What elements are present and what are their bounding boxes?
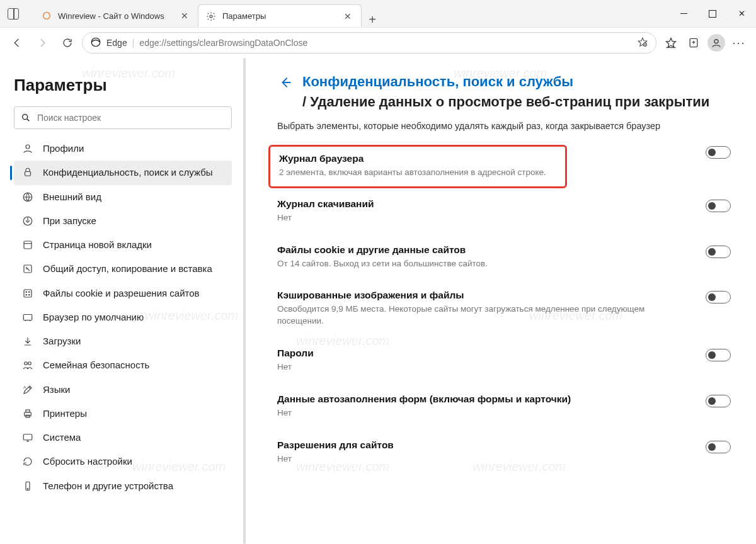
setting-title: Кэшированные изображения и файлы [277,290,693,301]
url-separator: | [132,38,135,48]
svg-rect-13 [24,290,32,297]
sidebar-item-icon [21,215,34,227]
sidebar-item-label: Языки [43,383,70,396]
sidebar-item-icon [21,359,34,371]
sidebar-item-label: Семейная безопасность [43,359,149,371]
setting-description: 2 элемента, включая варианты автозаполне… [279,167,556,179]
panel-description: Выбрать элементы, которые необходимо уда… [277,121,731,131]
setting-toggle[interactable] [706,441,731,453]
setting-description: Нет [277,453,693,465]
setting-toggle[interactable] [706,395,731,407]
sidebar-item-8[interactable]: Загрузки [14,329,232,353]
tab-settings[interactable]: Параметры ✕ [198,4,362,27]
sidebar-item-7[interactable]: Браузер по умолчанию [14,305,232,329]
tab-winreview[interactable]: Winreview - Сайт о Windows ✕ [34,4,198,27]
setting-row-0: Журнал браузера2 элемента, включая вариа… [277,145,731,188]
sidebar-item-0[interactable]: Профили [14,137,232,161]
settings-panel: Конфиденциальность, поиск и службы / Уда… [246,58,756,544]
setting-description: Нет [277,212,693,224]
sidebar-item-14[interactable]: Телефон и другие устройства [14,474,232,498]
window-close-button[interactable] [727,0,756,27]
sidebar-item-1[interactable]: Конфиденциальность, поиск и службы [14,161,232,184]
sidebar-item-icon [21,166,34,179]
setting-toggle[interactable] [706,291,731,303]
svg-rect-11 [24,241,32,249]
sidebar-item-label: Принтеры [43,407,87,420]
sidebar-title: Параметры [14,76,232,95]
window-maximize-button[interactable] [698,0,727,27]
svg-point-1 [210,15,212,18]
setting-toggle[interactable] [706,246,731,258]
sidebar-item-12[interactable]: Система [14,426,232,450]
sidebar-item-label: Профили [43,142,84,155]
breadcrumb-back-button[interactable] [277,74,294,91]
settings-sidebar: Параметры ПрофилиКонфиденциальность, пои… [0,58,246,544]
sidebar-item-3[interactable]: При запуске [14,209,232,233]
sidebar-item-label: Загрузки [43,335,81,348]
sidebar-item-2[interactable]: Внешний вид [14,185,232,209]
svg-point-7 [26,145,30,149]
back-button[interactable] [6,32,28,54]
close-tab-icon[interactable]: ✕ [342,11,353,21]
refresh-button[interactable] [57,32,78,54]
sidebar-item-10[interactable]: AЯзыки [14,378,232,402]
more-menu-button[interactable]: ··· [728,32,750,54]
breadcrumb-parent-link[interactable]: Конфиденциальность, поиск и службы [302,74,573,89]
new-tab-button[interactable]: + [362,13,383,27]
svg-point-2 [91,38,100,47]
sidebar-resize-handle[interactable] [243,58,246,544]
sidebar-item-icon: A [21,383,34,396]
sidebar-item-13[interactable]: Сбросить настройки [14,450,232,473]
setting-row-5: Данные автозаполнения форм (включая форм… [277,383,731,429]
window-minimize-button[interactable] [669,0,698,27]
sidebar-item-label: Сбросить настройки [43,455,132,468]
profile-button[interactable] [706,32,727,54]
sidebar-item-9[interactable]: Семейная безопасность [14,353,232,377]
sidebar-item-label: Внешний вид [43,191,101,203]
sidebar-item-icon [21,480,34,492]
search-box[interactable] [14,106,232,129]
svg-point-19 [25,362,28,365]
sidebar-item-11[interactable]: Принтеры [14,402,232,426]
svg-point-0 [43,13,50,20]
sidebar-item-6[interactable]: Файлы cookie и разрешения сайтов [14,281,232,305]
setting-title: Данные автозаполнения форм (включая форм… [277,394,693,405]
favorites-button[interactable] [660,32,682,54]
edge-icon [90,37,101,50]
sidebar-item-label: Система [43,431,81,444]
sidebar-item-icon [21,311,34,324]
setting-description: Нет [277,407,693,419]
svg-point-16 [26,294,27,295]
setting-description: Нет [277,361,693,373]
favicon-winreview [42,11,52,21]
url-box[interactable]: Edge | [82,32,656,54]
forward-button[interactable] [32,32,53,54]
svg-rect-23 [26,410,30,412]
sidebar-item-label: Телефон и другие устройства [43,480,173,492]
favorite-icon[interactable] [637,37,648,50]
search-input[interactable] [37,113,225,123]
address-bar: Edge | ··· [0,28,756,58]
close-tab-icon[interactable]: ✕ [179,11,190,21]
svg-point-15 [29,292,30,293]
setting-toggle[interactable] [706,200,731,212]
setting-title: Пароли [277,348,693,359]
sidebar-item-icon [21,142,34,155]
svg-point-5 [714,40,718,43]
tab-actions-icon[interactable] [8,8,19,20]
svg-point-20 [28,362,32,365]
setting-row-6: Разрешения для сайтовНет [277,429,731,475]
collections-button[interactable] [683,32,704,54]
sidebar-item-label: Браузер по умолчанию [43,311,144,324]
setting-toggle[interactable] [706,146,731,159]
setting-row-1: Журнал скачиванийНет [277,188,731,234]
setting-toggle[interactable] [706,349,731,361]
sidebar-item-5[interactable]: Общий доступ, копирование и вставка [14,257,232,281]
sidebar-item-4[interactable]: Страница новой вкладки [14,233,232,257]
svg-point-14 [26,292,27,293]
svg-point-27 [27,488,28,489]
gear-icon [206,11,216,21]
sidebar-item-icon [21,239,34,251]
setting-description: От 14 сайтов. Выход из сети на большинст… [277,258,693,270]
url-input[interactable] [139,38,632,48]
